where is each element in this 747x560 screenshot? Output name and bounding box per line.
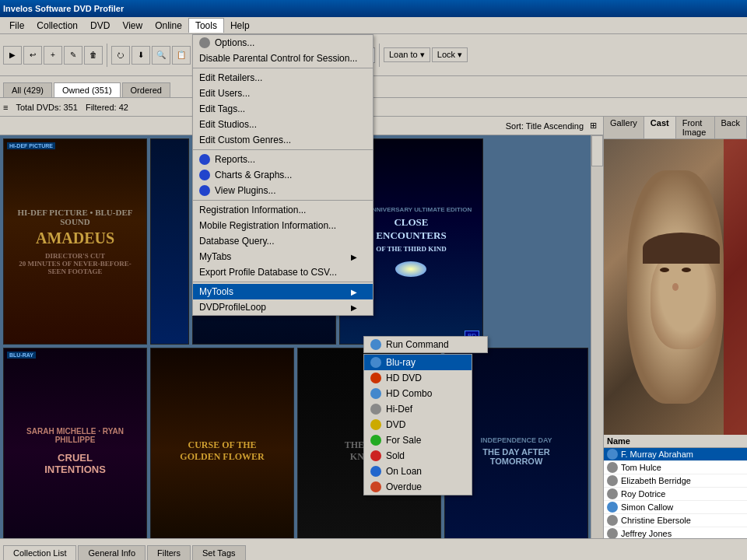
menu-options[interactable]: Options... — [193, 35, 373, 51]
toolbar-btn-2[interactable]: ↩ — [23, 46, 42, 65]
cast-avatar — [607, 449, 618, 460]
menu-view-plugins[interactable]: View Plugins... — [193, 183, 373, 198]
dvd-item[interactable]: CURSE OF THEGOLDEN FLOWER — [150, 348, 294, 538]
bottom-tab-collection-list[interactable]: Collection List — [3, 545, 76, 560]
scroll-thumb[interactable] — [591, 135, 603, 166]
menu-separator — [193, 68, 373, 68]
menu-reports[interactable]: Reports... — [193, 152, 373, 167]
arrow-icon: ▶ — [351, 288, 357, 296]
dvd-item[interactable]: HI-DEF PICTURE • BLU-DEF SOUND AMADEUS D… — [3, 138, 147, 345]
menu-on-loan[interactable]: On Loan — [364, 464, 472, 479]
cast-list-header: Name — [604, 435, 747, 448]
menu-database-query[interactable]: Database Query... — [193, 233, 373, 249]
menu-dvdprofileloop[interactable]: DVDProfileLoop ▶ — [193, 299, 373, 315]
cast-row[interactable]: F. Murray Abraham — [604, 448, 747, 461]
hd-badge: HI-DEF PICTURE — [7, 142, 55, 149]
cast-row[interactable]: Roy Dotrice — [604, 488, 747, 501]
toolbar-btn-3[interactable]: + — [44, 46, 62, 65]
menu-collection[interactable]: Collection — [30, 19, 84, 33]
menu-bluray[interactable]: Blu-ray — [364, 355, 472, 370]
toolbar-btn-9[interactable]: 📋 — [172, 46, 191, 65]
dvd-cover: SARAH MICHELLE · RYAN PHILLIPPE CRUELINT… — [4, 348, 146, 538]
tab-all[interactable]: All (429) — [3, 82, 52, 97]
overdue-icon — [370, 481, 381, 492]
app-title: Invelos Software DVD Profiler — [3, 4, 124, 13]
lock-button[interactable]: Lock ▾ — [432, 47, 468, 62]
cast-avatar — [607, 515, 618, 526]
view-toggle-icon[interactable]: ⊞ — [590, 121, 597, 131]
menu-online[interactable]: Online — [149, 19, 188, 33]
menu-charts[interactable]: Charts & Graphs... — [193, 167, 373, 183]
loan-button[interactable]: Loan to ▾ — [384, 47, 430, 62]
hd-badge: BLU-RAY — [7, 352, 36, 359]
menu-registration[interactable]: Registration Information... — [193, 202, 373, 218]
menu-view[interactable]: View — [116, 19, 149, 33]
run-command-icon — [370, 339, 381, 350]
cast-row[interactable]: Jeffrey Jones — [604, 527, 747, 538]
menu-run-command[interactable]: Run Command — [364, 337, 487, 352]
cast-name: F. Murray Abraham — [621, 450, 693, 459]
tab-cast[interactable]: Cast — [644, 117, 676, 138]
cast-name: Jeffrey Jones — [621, 529, 672, 538]
menu-edit-tags[interactable]: Edit Tags... — [193, 101, 373, 117]
menu-dvd[interactable]: DVD — [364, 417, 472, 432]
arrow-icon: ▶ — [351, 303, 357, 312]
grid-scrollbar[interactable] — [591, 135, 603, 538]
menu-tools[interactable]: Tools — [188, 18, 224, 33]
toolbar-btn-1[interactable]: ▶ — [3, 46, 22, 65]
menu-mytools[interactable]: MyTools ▶ — [193, 284, 373, 299]
sort-label: Sort: Title Ascending — [506, 121, 584, 131]
toolbar-btn-6[interactable]: ⭮ — [111, 46, 130, 65]
menu-export-csv[interactable]: Export Profile Database to CSV... — [193, 264, 373, 280]
dvd-cover: HI-DEF PICTURE • BLU-DEF SOUND AMADEUS D… — [4, 139, 146, 344]
menu-disable-parental[interactable]: Disable Parental Control for Session... — [193, 51, 373, 66]
menu-for-sale[interactable]: For Sale — [364, 432, 472, 448]
menu-hd-combo[interactable]: HD Combo — [364, 386, 472, 401]
menu-hidef[interactable]: Hi-Def — [364, 401, 472, 417]
toolbar-btn-8[interactable]: 🔍 — [152, 46, 170, 65]
menu-edit-custom-genres[interactable]: Edit Custom Genres... — [193, 132, 373, 148]
dvdloop-submenu: Blu-ray HD DVD HD Combo Hi-Def — [363, 354, 472, 495]
menu-mytabs[interactable]: MyTabs ▶ — [193, 249, 373, 264]
tab-front-image[interactable]: Front Image — [676, 117, 715, 138]
menu-edit-users[interactable]: Edit Users... — [193, 86, 373, 101]
tab-back[interactable]: Back — [715, 117, 747, 138]
menu-dvd[interactable]: DVD — [84, 19, 116, 33]
menu-edit-retailers[interactable]: Edit Retailers... — [193, 70, 373, 86]
right-panel: Gallery Cast Front Image Back — [603, 117, 747, 538]
list-icon: ≡ — [3, 103, 8, 112]
toolbar-btn-4[interactable]: ✎ — [64, 46, 82, 65]
cast-row[interactable]: Elizabeth Berridge — [604, 474, 747, 488]
title-bar: Invelos Software DVD Profiler — [0, 0, 747, 17]
forsale-icon — [370, 435, 381, 446]
cast-row[interactable]: Tom Hulce — [604, 461, 747, 474]
hdcombo-icon — [370, 388, 381, 399]
menu-edit-studios[interactable]: Edit Studios... — [193, 117, 373, 132]
tab-ordered[interactable]: Ordered — [122, 82, 170, 97]
bottom-tab-filters[interactable]: Filters — [147, 545, 191, 560]
menu-help[interactable]: Help — [224, 19, 256, 33]
tab-owned[interactable]: Owned (351) — [54, 82, 121, 97]
dvd-item[interactable]: SARAH MICHELLE · RYAN PHILLIPPE CRUELINT… — [3, 348, 147, 538]
menu-overdue[interactable]: Overdue — [364, 479, 472, 495]
tab-gallery[interactable]: Gallery — [604, 117, 644, 138]
mytools-submenu: Run Command — [363, 336, 488, 353]
cast-row[interactable]: Christine Ebersole — [604, 514, 747, 527]
cast-row[interactable]: Simon Callow — [604, 501, 747, 514]
cast-name: Elizabeth Berridge — [621, 476, 691, 485]
cast-avatar — [607, 488, 618, 499]
onloan-icon — [370, 466, 381, 477]
menu-sold[interactable]: Sold — [364, 448, 472, 464]
toolbar-btn-7[interactable]: ⬇ — [132, 46, 150, 65]
menu-mobile-registration[interactable]: Mobile Registration Information... — [193, 218, 373, 233]
menu-bar: File Collection DVD View Online Tools He… — [0, 17, 747, 34]
bottom-tab-set-tags[interactable]: Set Tags — [192, 545, 246, 560]
bottom-tab-general-info[interactable]: General Info — [78, 545, 146, 560]
gear-icon — [199, 37, 210, 48]
dvd-item[interactable] — [150, 138, 189, 345]
toolbar-btn-5[interactable]: 🗑 — [84, 46, 103, 65]
menu-separator — [193, 282, 373, 282]
menu-file[interactable]: File — [3, 19, 30, 33]
menu-separator — [193, 200, 373, 201]
menu-hd-dvd[interactable]: HD DVD — [364, 370, 472, 386]
